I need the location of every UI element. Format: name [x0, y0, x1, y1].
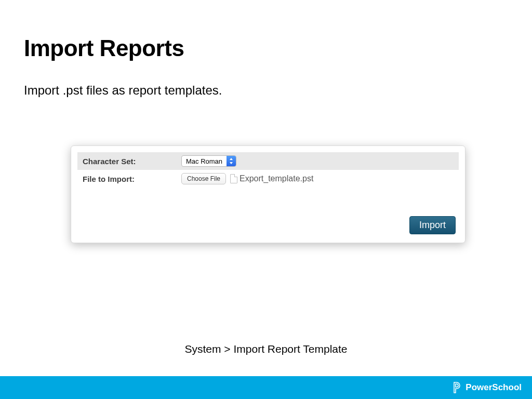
logo-icon [451, 381, 462, 394]
powerschool-logo: PowerSchool [451, 381, 522, 394]
character-set-value: Mac Roman [182, 156, 227, 166]
file-to-import-label: File to Import: [83, 175, 181, 183]
selected-file-name: Export_template.pst [240, 174, 313, 183]
selected-file-chip: Export_template.pst [230, 174, 313, 183]
breadcrumb: System > Import Report Template [0, 343, 532, 355]
page-subtitle: Import .pst files as report templates. [24, 83, 222, 98]
file-icon [230, 174, 237, 183]
page-title: Import Reports [24, 35, 184, 61]
footer-bar: PowerSchool [0, 376, 532, 399]
character-set-label: Character Set: [83, 157, 181, 166]
choose-file-button[interactable]: Choose File [181, 173, 226, 184]
import-button[interactable]: Import [409, 216, 456, 234]
row-file-to-import: File to Import: Choose File Export_templ… [77, 170, 459, 188]
import-panel: Character Set: Mac Roman File to Import:… [71, 145, 466, 243]
character-set-select[interactable]: Mac Roman [181, 155, 236, 167]
row-character-set: Character Set: Mac Roman [77, 152, 459, 170]
chevron-updown-icon [227, 156, 236, 166]
footer-brand-text: PowerSchool [466, 382, 522, 393]
